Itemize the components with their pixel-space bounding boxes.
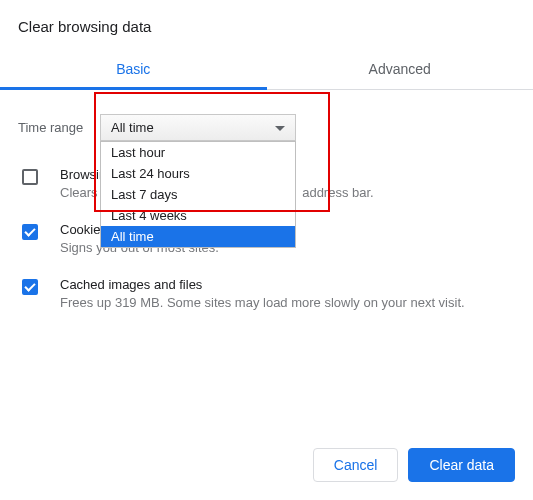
time-range-select-wrap: All time Last hour Last 24 hours Last 7 …	[100, 114, 296, 141]
checkbox-browsing-history[interactable]	[22, 169, 38, 185]
time-range-option[interactable]: Last hour	[101, 142, 295, 163]
option-title: Cached images and files	[60, 277, 515, 292]
checkbox-cookies[interactable]	[22, 224, 38, 240]
chevron-down-icon	[275, 126, 285, 131]
dialog-content: Time range All time Last hour Last 24 ho…	[18, 90, 515, 310]
time-range-option[interactable]: Last 7 days	[101, 184, 295, 205]
time-range-selected-value: All time	[111, 120, 154, 135]
time-range-option[interactable]: Last 4 weeks	[101, 205, 295, 226]
tab-advanced[interactable]: Advanced	[267, 49, 534, 89]
dialog-title: Clear browsing data	[18, 18, 515, 35]
clear-data-button[interactable]: Clear data	[408, 448, 515, 482]
cancel-button[interactable]: Cancel	[313, 448, 399, 482]
option-cache: Cached images and files Frees up 319 MB.…	[18, 277, 515, 310]
time-range-option-selected[interactable]: All time	[101, 226, 295, 247]
time-range-label: Time range	[18, 120, 100, 135]
time-range-row: Time range All time Last hour Last 24 ho…	[18, 114, 515, 141]
time-range-dropdown: Last hour Last 24 hours Last 7 days Last…	[100, 141, 296, 248]
dialog-footer: Cancel Clear data	[313, 448, 515, 482]
tabs: Basic Advanced	[0, 49, 533, 90]
tab-basic[interactable]: Basic	[0, 49, 267, 90]
option-desc: Frees up 319 MB. Some sites may load mor…	[60, 295, 515, 310]
time-range-option[interactable]: Last 24 hours	[101, 163, 295, 184]
time-range-select[interactable]: All time	[100, 114, 296, 141]
option-text: Cached images and files Frees up 319 MB.…	[60, 277, 515, 310]
checkbox-cache[interactable]	[22, 279, 38, 295]
clear-browsing-data-dialog: Clear browsing data Basic Advanced Time …	[0, 0, 533, 310]
